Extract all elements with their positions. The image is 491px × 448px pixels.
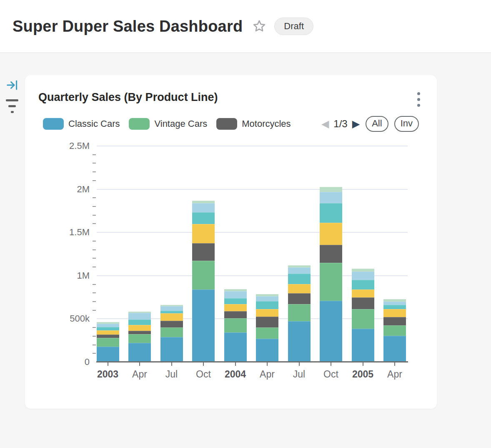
status-badge: Draft (274, 18, 313, 35)
chart-title: Quarterly Sales (By Product Line) (38, 91, 218, 104)
x-tick-label: Apr (378, 369, 411, 380)
x-axis: 2003AprJulOct2004AprJulOct2005Apr (97, 146, 407, 396)
legend-item-motorcycles[interactable]: Motorcycles (216, 118, 291, 130)
x-tick-label: Jul (155, 369, 188, 380)
y-minor-tick (93, 154, 96, 155)
kebab-dot (417, 92, 420, 95)
y-minor-tick (93, 336, 96, 337)
legend-prev-icon[interactable]: ◀ (321, 119, 329, 129)
legend-label: Vintage Cars (154, 118, 207, 129)
legend-pager: ◀ 1/3 ▶ (321, 118, 360, 130)
y-axis: 2.5M2M1.5M1M500k0 (38, 146, 97, 362)
y-minor-tick (93, 163, 96, 164)
y-tick-label: 0 (38, 357, 90, 367)
legend-label: Motorcycles (242, 118, 291, 129)
x-tick-label: Apr (251, 369, 283, 380)
filter-bar (11, 111, 14, 113)
y-minor-tick (93, 353, 96, 354)
legend-swatch (129, 118, 150, 130)
x-tick-label: Oct (315, 369, 347, 380)
y-minor-tick (93, 301, 96, 302)
x-tick (235, 362, 236, 366)
legend-swatch (43, 118, 64, 130)
y-minor-tick (93, 215, 96, 216)
y-minor-tick (93, 249, 96, 250)
y-tick-label: 2M (38, 184, 90, 195)
x-tick (363, 362, 363, 366)
legend-swatch (216, 118, 237, 130)
y-minor-tick (93, 267, 96, 267)
y-minor-tick (93, 171, 96, 172)
x-tick (171, 362, 172, 366)
x-tick (394, 362, 395, 366)
x-tick-label: Oct (187, 369, 220, 380)
select-all-button[interactable]: All (366, 116, 388, 132)
y-minor-tick (93, 258, 96, 259)
invert-selection-button[interactable]: Inv (394, 116, 419, 132)
x-tick (139, 362, 140, 366)
legend-page-indicator: 1/3 (333, 118, 347, 130)
y-minor-tick (93, 223, 96, 224)
y-minor-tick (93, 284, 96, 285)
legend-row: Classic CarsVintage CarsMotorcycles ◀ 1/… (25, 115, 437, 133)
y-minor-tick (93, 241, 96, 242)
x-tick-label: 2003 (92, 369, 124, 380)
page-title: Super Duper Sales Dashboard (13, 18, 243, 35)
y-minor-tick (93, 180, 96, 181)
y-minor-tick (93, 310, 96, 311)
legend-label: Classic Cars (68, 118, 120, 129)
collapse-panel-icon[interactable] (6, 79, 18, 93)
legend-next-icon[interactable]: ▶ (352, 119, 360, 129)
filter-bar (8, 105, 16, 107)
legend-item-vintage-cars[interactable]: Vintage Cars (129, 118, 207, 130)
x-tick (331, 362, 331, 366)
kebab-dot (417, 98, 420, 101)
x-tick (108, 362, 108, 366)
x-tick (267, 362, 268, 366)
chart-card: Quarterly Sales (By Product Line) Classi… (25, 75, 437, 409)
y-minor-tick (93, 345, 96, 345)
x-tick-label: 2005 (347, 369, 379, 380)
y-tick-label: 1M (38, 270, 90, 281)
filter-bar (6, 99, 18, 101)
y-minor-tick (93, 292, 96, 293)
x-tick-label: Jul (283, 369, 316, 380)
filter-icon[interactable] (5, 99, 19, 115)
y-tick-label: 2.5M (38, 141, 90, 151)
kebab-dot (417, 104, 420, 107)
y-tick-label: 500k (38, 313, 90, 324)
x-tick-label: Apr (123, 369, 156, 380)
x-tick-label: 2004 (219, 369, 252, 380)
y-minor-tick (93, 197, 96, 198)
y-tick-label: 1.5M (38, 227, 90, 238)
y-minor-tick (93, 327, 96, 328)
chart: 2.5M2M1.5M1M500k0 2003AprJulOct2004AprJu… (38, 146, 426, 396)
favorite-star-icon[interactable] (252, 19, 267, 34)
kebab-menu-icon[interactable] (412, 90, 425, 108)
x-tick (299, 362, 300, 366)
legend-item-classic-cars[interactable]: Classic Cars (43, 118, 120, 130)
app-header: Super Duper Sales Dashboard Draft (0, 0, 491, 53)
x-tick (203, 362, 204, 366)
y-minor-tick (93, 206, 96, 207)
